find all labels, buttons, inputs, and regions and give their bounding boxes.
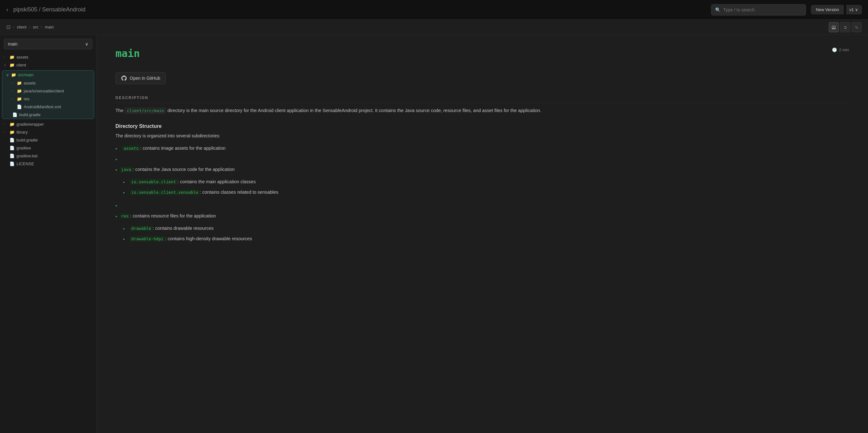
sidebar-item-client[interactable]: ∨ 📁 client [0, 61, 96, 69]
breadcrumb-main[interactable]: main [45, 25, 54, 29]
folder-icon: 📁 [11, 73, 16, 77]
page-title: main [116, 48, 140, 59]
bullet-text: : contains resource files for the applic… [130, 213, 216, 219]
desc-after: directory is the main source directory f… [166, 108, 541, 113]
clock-icon: 🕐 [832, 48, 837, 52]
description-text: The client/src/main directory is the mai… [116, 107, 849, 115]
file-icon: 📄 [9, 146, 14, 150]
sidebar-item-label: java/io/sensable/client [24, 89, 64, 93]
breadcrumb-src[interactable]: src [33, 25, 38, 29]
sub-bullet-list-res: drawable: contains drawable resources dr… [123, 225, 252, 246]
sidebar-highlighted-group: ∨ 📁 src/main › 📁 assets › 📁 java/io/sens… [2, 70, 94, 119]
version-chevron-icon: ∨ [855, 7, 858, 12]
sidebar-item-gradlew-bat[interactable]: › 📄 gradlew.bat [0, 152, 96, 160]
file-icon: 📄 [9, 138, 14, 142]
chevron-right-icon: › [11, 81, 15, 85]
search-input[interactable] [723, 7, 802, 12]
repo-name: SensableAndroid [42, 6, 85, 13]
view-book-button[interactable]: 🕮 [829, 22, 839, 32]
sidebar-item-build-gradle-inner[interactable]: › 📄 build.gradle [2, 111, 94, 119]
breadcrumb-sep-3: › [41, 25, 42, 29]
dir-structure-title: Directory Structure [116, 123, 849, 129]
chevron-down-icon: ∨ [4, 63, 8, 67]
search-bar[interactable]: 🔍 [711, 4, 806, 16]
back-icon[interactable]: ‹ [6, 6, 8, 13]
sidebar-item-gradle-wrapper[interactable]: › 📁 gradle/wrapper [0, 120, 96, 128]
breadcrumb-sep-2: › [29, 25, 30, 29]
sub-bullet-list: io.sensable.client: contains the main ap… [123, 178, 278, 199]
sidebar-dropdown-chevron-icon: ∨ [85, 41, 88, 47]
chevron-right-icon: › [11, 89, 15, 93]
repo-separator: / [37, 6, 42, 13]
sidebar-item-label: gradlew [17, 146, 31, 150]
description-section-title: DESCRIPTION [116, 95, 849, 103]
content-area: main 🕐 2 min Open in GitHub DESCRIPTION … [96, 35, 868, 433]
file-icon: 📄 [17, 105, 22, 109]
chevron-down-icon: ∨ [6, 73, 9, 77]
breadcrumb-bar: ⊡ › client › src › main 🕮 ➲ ∿ [0, 20, 868, 35]
folder-icon: 📁 [9, 63, 14, 67]
bullet-text: : contains high-density drawable resourc… [165, 236, 252, 241]
file-icon: 📄 [9, 162, 14, 166]
sidebar-dropdown[interactable]: main ∨ [4, 39, 92, 49]
list-item: io.sensable.client: contains the main ap… [123, 178, 278, 186]
sidebar-item-label: AndroidManifest.xml [24, 105, 61, 109]
view-icons: 🕮 ➲ ∿ [829, 22, 862, 32]
sidebar-item-gradlew[interactable]: › 📄 gradlew [0, 144, 96, 152]
breadcrumb-file-icon: ⊡ [6, 24, 10, 30]
chevron-right-icon: › [11, 97, 15, 100]
sidebar-item-assets-root[interactable]: › 📁 assets [0, 53, 96, 61]
sidebar-item-res[interactable]: › 📁 res [2, 95, 94, 103]
list-item: • java: contains the Java source code fo… [116, 155, 849, 199]
nav-right: New Version v1 ∨ [811, 5, 862, 14]
list-item: io.sensable.client.sensable: contains cl… [123, 189, 278, 197]
sidebar-item-build-gradle[interactable]: › 📄 build.gradle [0, 136, 96, 144]
bullet-text: : contains the Java source code for the … [132, 167, 235, 172]
sidebar-item-label: library [17, 130, 28, 135]
sidebar-item-assets-sub[interactable]: › 📁 assets [2, 79, 94, 87]
read-time: 🕐 2 min [832, 48, 849, 52]
bullet-code: drawable-hdpi [130, 236, 165, 241]
folder-icon: 📁 [9, 55, 14, 59]
sidebar-item-label: LICENSE [17, 162, 34, 166]
github-icon [121, 75, 127, 81]
new-version-button[interactable]: New Version [811, 5, 844, 14]
folder-icon: 📁 [17, 89, 22, 93]
version-dropdown[interactable]: v1 ∨ [846, 5, 862, 14]
desc-inline-code: client/src/main [125, 108, 166, 114]
bullet-list: assets: contains image assets for the ap… [116, 145, 849, 246]
bullet-code: io.sensable.client.sensable [130, 190, 199, 195]
version-label: v1 [849, 7, 854, 12]
sidebar-item-library[interactable]: › 📁 library [0, 128, 96, 136]
sidebar-item-label: client [17, 63, 26, 67]
view-chart-button[interactable]: ∿ [851, 22, 862, 32]
github-btn-label: Open in GitHub [130, 76, 160, 81]
list-item: assets: contains image assets for the ap… [116, 145, 849, 152]
open-in-github-button[interactable]: Open in GitHub [116, 72, 166, 84]
chevron-right-icon: › [4, 122, 8, 126]
folder-icon: 📁 [9, 130, 14, 135]
breadcrumb-sep-1: › [13, 25, 14, 29]
list-item: drawable: contains drawable resources [123, 225, 252, 233]
sidebar-item-license[interactable]: › 📄 LICENSE [0, 160, 96, 168]
dir-intro: The directory is organized into several … [116, 132, 849, 140]
repo-owner: pipski505 [13, 6, 37, 13]
sidebar-item-label: gradle/wrapper [17, 122, 44, 126]
sidebar-item-label: gradlew.bat [17, 153, 38, 158]
view-expand-button[interactable]: ➲ [840, 22, 850, 32]
search-icon: 🔍 [715, 7, 721, 12]
sidebar-item-android-manifest[interactable]: › 📄 AndroidManifest.xml [2, 103, 94, 111]
bullet-code: res [120, 213, 130, 219]
breadcrumb-client[interactable]: client [17, 25, 26, 29]
main-layout: main ∨ › 📁 assets ∨ 📁 client ∨ 📁 src/mai… [0, 35, 868, 433]
folder-icon: 📁 [17, 81, 22, 85]
chevron-right-icon: › [4, 55, 8, 59]
sidebar-item-label: build.gradle [17, 138, 38, 142]
sidebar-item-src-main[interactable]: ∨ 📁 src/main [2, 70, 94, 79]
list-item: drawable-hdpi: contains high-density dra… [123, 235, 252, 243]
sidebar-item-java[interactable]: › 📁 java/io/sensable/client [2, 87, 94, 95]
read-time-value: 2 min [839, 48, 849, 52]
bullet-code: drawable [130, 226, 153, 231]
bullet-code: java [120, 167, 132, 172]
folder-icon: 📁 [9, 122, 14, 126]
